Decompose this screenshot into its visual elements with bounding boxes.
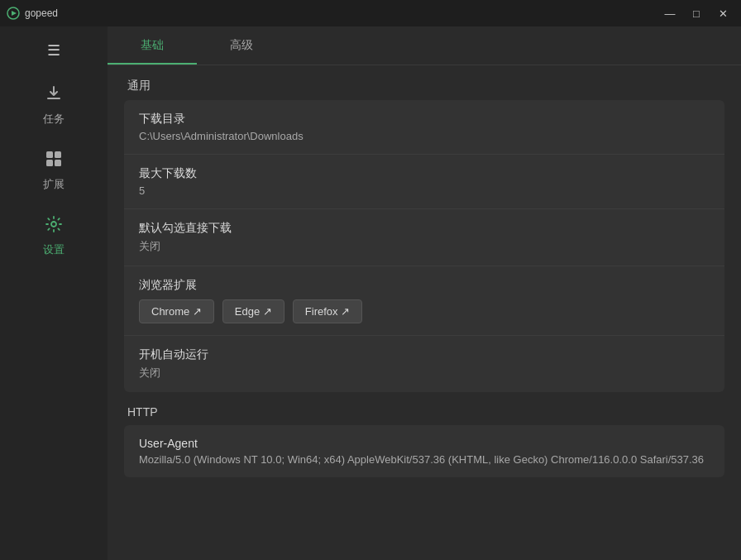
general-section-card: 下载目录 C:\Users\Administrator\Downloads 最大… (124, 100, 724, 392)
menu-toggle-button[interactable]: ☰ (0, 35, 108, 73)
tasks-label: 任务 (43, 112, 65, 127)
close-button[interactable]: ✕ (711, 5, 734, 22)
edge-button-label: Edge ↗ (235, 305, 272, 318)
user-agent-label: User-Agent (139, 437, 710, 450)
minimize-button[interactable]: — (658, 5, 681, 22)
general-section-header: 通用 (124, 79, 724, 93)
chrome-extension-button[interactable]: Chrome ↗ (139, 299, 214, 323)
svg-rect-6 (55, 160, 61, 166)
svg-rect-2 (47, 98, 60, 99)
settings-scroll-area[interactable]: 通用 下载目录 C:\Users\Administrator\Downloads… (108, 65, 741, 560)
extensions-label: 扩展 (43, 177, 65, 192)
sidebar-item-settings[interactable]: 设置 (0, 203, 108, 269)
auto-start-value: 关闭 (139, 366, 710, 381)
tasks-icon (45, 84, 63, 107)
title-bar: gopeed — □ ✕ (0, 0, 741, 26)
app-name: gopeed (25, 7, 58, 19)
svg-marker-1 (12, 11, 17, 16)
max-downloads-value: 5 (139, 184, 710, 197)
setting-row-download-dir[interactable]: 下载目录 C:\Users\Administrator\Downloads (124, 100, 724, 155)
default-direct-value: 关闭 (139, 239, 710, 254)
maximize-button[interactable]: □ (685, 5, 708, 22)
browser-extensions-label: 浏览器扩展 (139, 278, 710, 293)
user-agent-value: Mozilla/5.0 (Windows NT 10.0; Win64; x64… (139, 453, 710, 466)
setting-row-auto-start[interactable]: 开机自动运行 关闭 (124, 336, 724, 392)
sidebar: ☰ 任务 扩展 (0, 26, 108, 560)
http-section-card: User-Agent Mozilla/5.0 (Windows NT 10.0;… (124, 425, 724, 477)
firefox-extension-button[interactable]: Firefox ↗ (293, 299, 362, 323)
svg-rect-5 (46, 160, 53, 166)
tab-basic[interactable]: 基础 (108, 26, 197, 65)
setting-row-default-direct[interactable]: 默认勾选直接下载 关闭 (124, 209, 724, 266)
svg-point-7 (51, 222, 56, 227)
auto-start-label: 开机自动运行 (139, 347, 710, 362)
default-direct-label: 默认勾选直接下载 (139, 221, 710, 236)
settings-icon (45, 215, 63, 237)
tab-advanced[interactable]: 高级 (197, 26, 286, 65)
extensions-icon (45, 150, 63, 172)
download-dir-value: C:\Users\Administrator\Downloads (139, 130, 710, 142)
title-bar-left: gopeed (7, 7, 58, 20)
sidebar-item-tasks[interactable]: 任务 (0, 73, 108, 138)
download-dir-label: 下载目录 (139, 112, 710, 127)
sidebar-item-extensions[interactable]: 扩展 (0, 138, 108, 203)
max-downloads-label: 最大下载数 (139, 166, 710, 181)
app-logo-icon (7, 7, 20, 20)
svg-rect-3 (46, 151, 53, 158)
setting-row-max-downloads[interactable]: 最大下载数 5 (124, 155, 724, 209)
http-section-header: HTTP (124, 405, 724, 419)
tabs-bar: 基础 高级 (108, 26, 741, 65)
browser-buttons-group: Chrome ↗ Edge ↗ Firefox ↗ (139, 299, 710, 323)
chrome-button-label: Chrome ↗ (151, 305, 202, 318)
setting-row-browser-extensions: 浏览器扩展 Chrome ↗ Edge ↗ Firefox ↗ (124, 266, 724, 336)
setting-row-user-agent[interactable]: User-Agent Mozilla/5.0 (Windows NT 10.0;… (124, 425, 724, 477)
main-content: 基础 高级 通用 下载目录 C:\Users\Administrator\Dow… (108, 26, 741, 560)
app-body: ☰ 任务 扩展 (0, 26, 741, 560)
hamburger-icon: ☰ (47, 41, 60, 60)
edge-extension-button[interactable]: Edge ↗ (222, 299, 284, 323)
settings-label: 设置 (43, 242, 65, 257)
svg-rect-4 (55, 151, 61, 158)
firefox-button-label: Firefox ↗ (305, 305, 350, 318)
title-bar-controls: — □ ✕ (658, 5, 734, 22)
